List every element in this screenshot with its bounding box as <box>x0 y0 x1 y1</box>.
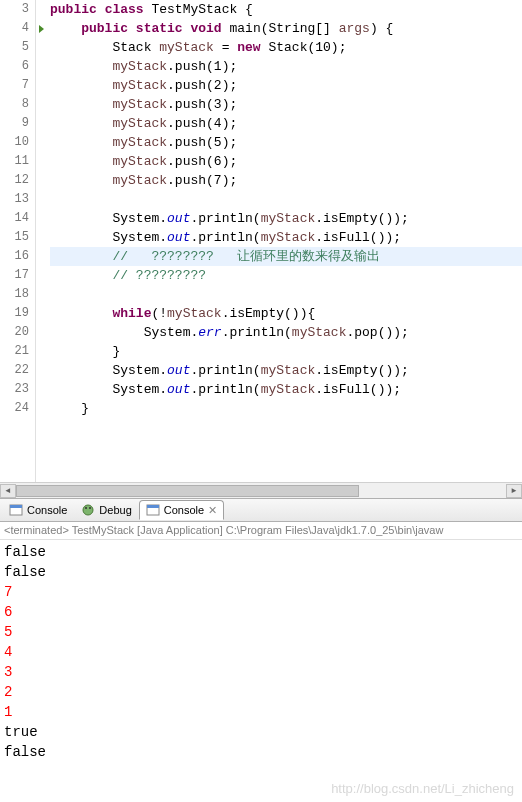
close-icon[interactable]: ✕ <box>208 504 217 517</box>
console-line: 3 <box>4 662 518 682</box>
gutter-marker <box>36 171 46 190</box>
code-line[interactable]: // ????????? <box>50 266 522 285</box>
svg-rect-6 <box>147 505 159 508</box>
view-tab-console-0[interactable]: Console <box>2 500 74 520</box>
gutter-marker <box>36 285 46 304</box>
code-line[interactable]: System.out.println(myStack.isFull()); <box>50 380 522 399</box>
line-number: 12 <box>0 171 29 190</box>
tab-label: Debug <box>99 504 131 516</box>
code-line[interactable] <box>50 190 522 209</box>
console-line: 4 <box>4 642 518 662</box>
code-line[interactable]: myStack.push(1); <box>50 57 522 76</box>
code-editor[interactable]: 3456789101112131415161718192021222324 pu… <box>0 0 522 482</box>
code-line[interactable]: myStack.push(5); <box>50 133 522 152</box>
gutter-marker <box>36 399 46 418</box>
svg-point-3 <box>85 507 87 509</box>
gutter-marker <box>36 228 46 247</box>
gutter-marker <box>36 19 46 38</box>
svg-point-2 <box>83 505 93 515</box>
code-line[interactable]: myStack.push(2); <box>50 76 522 95</box>
console-line: 6 <box>4 602 518 622</box>
code-line[interactable]: } <box>50 342 522 361</box>
code-line[interactable]: public class TestMyStack { <box>50 0 522 19</box>
gutter-marker <box>36 361 46 380</box>
code-line[interactable]: System.out.println(myStack.isFull()); <box>50 228 522 247</box>
scroll-left-button[interactable]: ◄ <box>0 484 16 498</box>
scroll-track[interactable] <box>16 484 506 498</box>
debug-icon <box>81 503 95 517</box>
code-line[interactable]: myStack.push(4); <box>50 114 522 133</box>
code-line[interactable]: public static void main(String[] args) { <box>50 19 522 38</box>
gutter-marker <box>36 380 46 399</box>
view-tab-console-2[interactable]: Console✕ <box>139 500 224 520</box>
view-tab-debug-1[interactable]: Debug <box>74 500 138 520</box>
code-line[interactable]: Stack myStack = new Stack(10); <box>50 38 522 57</box>
code-content[interactable]: public class TestMyStack { public static… <box>46 0 522 482</box>
line-number: 9 <box>0 114 29 133</box>
code-line[interactable]: // ???????? 让循环里的数来得及输出 <box>50 247 522 266</box>
console-output[interactable]: falsefalse7654321truefalse <box>0 540 522 764</box>
line-number: 11 <box>0 152 29 171</box>
svg-rect-1 <box>10 505 22 508</box>
line-number: 5 <box>0 38 29 57</box>
scroll-right-button[interactable]: ► <box>506 484 522 498</box>
line-number: 6 <box>0 57 29 76</box>
tab-label: Console <box>164 504 204 516</box>
horizontal-scrollbar[interactable]: ◄ ► <box>0 482 522 498</box>
line-number: 24 <box>0 399 29 418</box>
gutter-marker <box>36 38 46 57</box>
marker-column <box>36 0 46 482</box>
code-line[interactable]: System.err.println(myStack.pop()); <box>50 323 522 342</box>
gutter-marker <box>36 76 46 95</box>
line-number-gutter: 3456789101112131415161718192021222324 <box>0 0 36 482</box>
line-number: 17 <box>0 266 29 285</box>
line-number: 16 <box>0 247 29 266</box>
console-line: 2 <box>4 682 518 702</box>
console-line: false <box>4 562 518 582</box>
line-number: 14 <box>0 209 29 228</box>
gutter-marker <box>36 323 46 342</box>
code-line[interactable]: myStack.push(7); <box>50 171 522 190</box>
line-number: 23 <box>0 380 29 399</box>
gutter-marker <box>36 304 46 323</box>
watermark-text: http://blog.csdn.net/Li_zhicheng <box>331 781 514 796</box>
line-number: 15 <box>0 228 29 247</box>
line-number: 7 <box>0 76 29 95</box>
scroll-thumb[interactable] <box>16 485 359 497</box>
line-number: 13 <box>0 190 29 209</box>
code-line[interactable]: System.out.println(myStack.isEmpty()); <box>50 209 522 228</box>
gutter-marker <box>36 114 46 133</box>
console-status: <terminated> TestMyStack [Java Applicati… <box>0 522 522 540</box>
line-number: 18 <box>0 285 29 304</box>
console-line: 7 <box>4 582 518 602</box>
gutter-marker <box>36 152 46 171</box>
gutter-marker <box>36 0 46 19</box>
gutter-marker <box>36 95 46 114</box>
gutter-marker <box>36 209 46 228</box>
console-line: true <box>4 722 518 742</box>
code-line[interactable] <box>50 285 522 304</box>
console-icon <box>146 503 160 517</box>
line-number: 4 <box>0 19 29 38</box>
tab-label: Console <box>27 504 67 516</box>
line-number: 22 <box>0 361 29 380</box>
view-tab-bar: ConsoleDebugConsole✕ <box>0 498 522 522</box>
run-marker-icon <box>39 25 44 33</box>
gutter-marker <box>36 247 46 266</box>
line-number: 21 <box>0 342 29 361</box>
gutter-marker <box>36 133 46 152</box>
code-line[interactable]: myStack.push(3); <box>50 95 522 114</box>
console-line: false <box>4 742 518 762</box>
console-icon <box>9 503 23 517</box>
code-line[interactable]: } <box>50 399 522 418</box>
gutter-marker <box>36 342 46 361</box>
console-line: 1 <box>4 702 518 722</box>
console-line: 5 <box>4 622 518 642</box>
gutter-marker <box>36 57 46 76</box>
svg-point-4 <box>89 507 91 509</box>
gutter-marker <box>36 266 46 285</box>
code-line[interactable]: System.out.println(myStack.isEmpty()); <box>50 361 522 380</box>
code-line[interactable]: while(!myStack.isEmpty()){ <box>50 304 522 323</box>
code-line[interactable]: myStack.push(6); <box>50 152 522 171</box>
line-number: 20 <box>0 323 29 342</box>
